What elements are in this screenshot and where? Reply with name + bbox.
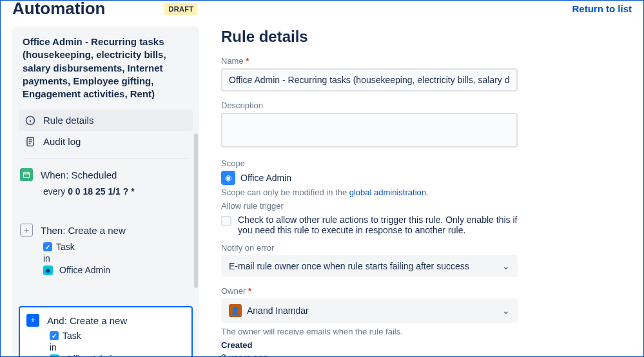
svg-point-2 [30, 118, 30, 119]
notify-select[interactable]: E-mail rule owner once when rule starts … [221, 255, 518, 277]
svg-rect-7 [24, 173, 30, 178]
calendar-icon [20, 168, 33, 181]
description-textarea[interactable] [221, 113, 518, 148]
step-and-head: + And: Create a new [26, 314, 185, 327]
field-description: Description [221, 101, 628, 150]
step-and-label: And: Create a new [47, 315, 127, 326]
owner-value: Anand Inamdar [247, 305, 309, 316]
step-when-head: When: Scheduled [20, 168, 191, 181]
step-when-label: When: Scheduled [41, 169, 117, 180]
task-check-icon: ✓ [50, 331, 59, 340]
allow-trigger-row: Check to allow other rule actions to tri… [221, 215, 531, 235]
step-then[interactable]: + Then: Create a new ✓ Task in ◉ Office … [19, 221, 193, 282]
divider [23, 159, 189, 159]
plus-icon: + [20, 224, 33, 236]
field-scope: Scope ◉ Office Admin Scope can only be m… [221, 159, 628, 197]
sidebar-item-label: Audit log [43, 136, 81, 147]
scope-help: Scope can only be modified in the global… [221, 188, 628, 197]
step-when-sub: every 0 0 18 25 1/1 ? * [20, 186, 191, 197]
name-input[interactable] [221, 68, 518, 92]
notify-value: E-mail rule owner once when rule starts … [229, 261, 469, 271]
page-title: Automation [12, 0, 105, 19]
sidebar-item-label: Rule details [43, 115, 93, 126]
field-owner: Owner 👤 Anand Inamdar ⌄ The owner will r… [221, 286, 628, 336]
step-then-label: Then: Create a new [41, 225, 126, 236]
chevron-down-icon: ⌄ [502, 305, 510, 316]
global-admin-link[interactable]: global administration [349, 188, 426, 197]
scope-value: Office Admin [240, 173, 291, 183]
field-notify: Notify on error E-mail rule owner once w… [221, 243, 628, 277]
allow-trigger-checkbox[interactable] [221, 216, 231, 226]
section-heading: Rule details [221, 28, 628, 46]
description-label: Description [221, 101, 628, 110]
owner-label: Owner [221, 286, 628, 296]
sidebar: Office Admin - Recurring tasks (housekee… [12, 26, 199, 356]
step-then-sub: ✓ Task in ◉ Office Admin [20, 242, 191, 275]
step-and-sub: ✓ Task in ◉ Office Admin [26, 331, 185, 357]
avatar: 👤 [229, 304, 242, 317]
draft-badge: DRAFT [164, 3, 197, 15]
step-and[interactable]: + And: Create a new ✓ Task in ◉ Office A… [19, 306, 193, 357]
scope-row: ◉ Office Admin [221, 171, 628, 185]
connector [25, 202, 26, 221]
page-title-row: Automation DRAFT [12, 0, 197, 19]
notify-label: Notify on error [221, 243, 628, 253]
field-created: Created 3 years ago [221, 340, 628, 356]
topbar: Automation DRAFT Return to list [1, 1, 643, 20]
body: Office Admin - Recurring tasks (housekee… [1, 20, 643, 356]
field-name: Name [221, 56, 628, 92]
document-icon [25, 137, 35, 147]
sidebar-scrollbar[interactable] [194, 133, 198, 288]
project-icon: ◉ [50, 354, 59, 357]
allow-trigger-label: Allow rule trigger [221, 201, 628, 211]
field-allow-trigger: Allow rule trigger Check to allow other … [221, 201, 628, 235]
sidebar-item-rule-details[interactable]: Rule details [19, 110, 193, 131]
return-to-list-link[interactable]: Return to list [572, 3, 632, 14]
step-then-head: + Then: Create a new [20, 224, 191, 236]
step-when[interactable]: When: Scheduled every 0 0 18 25 1/1 ? * [19, 166, 193, 202]
owner-help: The owner will receive emails when the r… [221, 327, 628, 336]
info-icon [25, 115, 35, 126]
project-icon: ◉ [221, 171, 235, 185]
name-label: Name [221, 56, 628, 66]
connector [25, 282, 26, 301]
owner-select[interactable]: 👤 Anand Inamdar ⌄ [221, 298, 518, 323]
chevron-down-icon: ⌄ [502, 261, 510, 271]
created-value: 3 years ago [221, 352, 628, 356]
app-frame: Automation DRAFT Return to list Office A… [0, 0, 644, 357]
created-label: Created [221, 340, 628, 350]
rule-title: Office Admin - Recurring tasks (housekee… [19, 35, 193, 110]
plus-icon: + [26, 314, 39, 327]
allow-trigger-text: Check to allow other rule actions to tri… [238, 215, 531, 235]
task-check-icon: ✓ [43, 242, 52, 251]
project-icon: ◉ [43, 265, 53, 275]
scope-label: Scope [221, 159, 628, 168]
sidebar-item-audit-log[interactable]: Audit log [19, 131, 193, 152]
main: Rule details Name Description Scope ◉ Of… [211, 26, 632, 356]
